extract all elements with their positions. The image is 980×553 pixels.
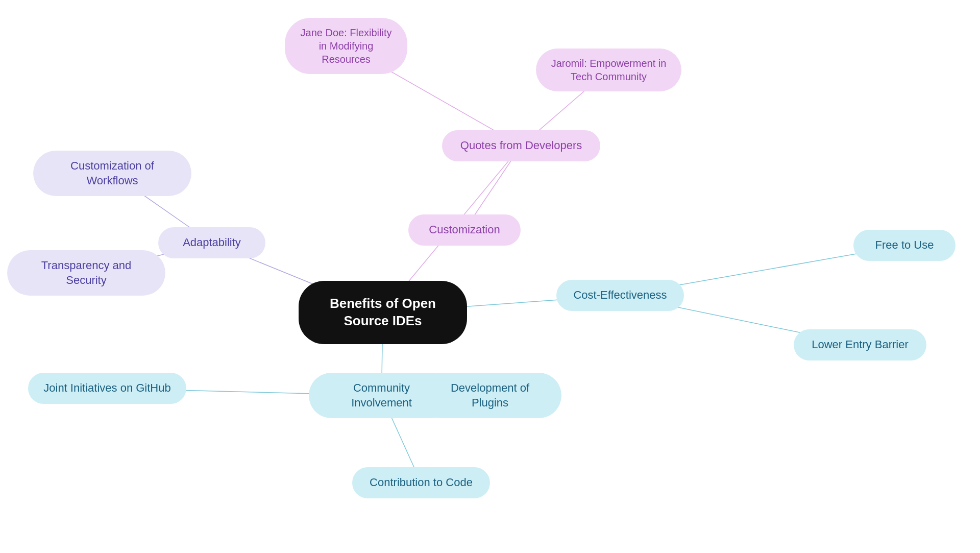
free-to-use-node: Free to Use: [853, 230, 955, 261]
transparency-node: Transparency and Security: [7, 250, 165, 296]
jane-doe-node: Jane Doe: Flexibility in Modifying Resou…: [285, 18, 407, 74]
contribution-node: Contribution to Code: [352, 467, 490, 498]
adaptability-node: Adaptability: [158, 227, 265, 258]
dev-plugins-node: Development of Plugins: [419, 373, 561, 418]
quotes-node: Quotes from Developers: [442, 130, 600, 161]
joint-initiatives-node: Joint Initiatives on GitHub: [28, 373, 186, 404]
jaromil-node: Jaromil: Empowerment in Tech Community: [536, 49, 681, 91]
customization-node: Customization: [408, 214, 521, 246]
lower-entry-node: Lower Entry Barrier: [794, 329, 926, 360]
customization-workflows-node: Customization of Workflows: [33, 151, 191, 196]
center-node: Benefits of Open Source IDEs: [299, 281, 467, 344]
cost-effectiveness-node: Cost-Effectiveness: [556, 280, 684, 311]
